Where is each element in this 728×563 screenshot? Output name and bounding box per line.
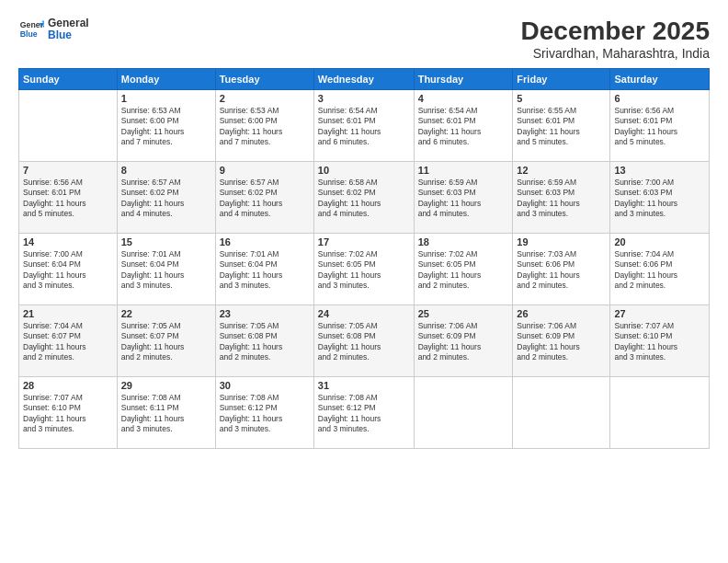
calendar-cell: 28Sunrise: 7:07 AM Sunset: 6:10 PM Dayli… [19, 377, 118, 449]
day-number: 10 [318, 165, 410, 176]
day-info: Sunrise: 7:07 AM Sunset: 6:10 PM Dayligh… [614, 321, 705, 363]
calendar-body: 1Sunrise: 6:53 AM Sunset: 6:00 PM Daylig… [19, 90, 710, 449]
day-info: Sunrise: 7:01 AM Sunset: 6:04 PM Dayligh… [121, 249, 211, 292]
day-number: 24 [318, 308, 410, 319]
day-info: Sunrise: 7:05 AM Sunset: 6:08 PM Dayligh… [220, 321, 310, 363]
day-number: 1 [121, 93, 211, 104]
logo-line2: Blue [48, 29, 89, 41]
day-info: Sunrise: 7:04 AM Sunset: 6:07 PM Dayligh… [23, 321, 113, 363]
day-info: Sunrise: 6:58 AM Sunset: 6:02 PM Dayligh… [318, 178, 410, 220]
day-info: Sunrise: 7:05 AM Sunset: 6:07 PM Dayligh… [121, 321, 211, 363]
day-info: Sunrise: 7:06 AM Sunset: 6:09 PM Dayligh… [418, 321, 509, 363]
header-cell-saturday: Saturday [610, 69, 710, 90]
calendar-cell: 29Sunrise: 7:08 AM Sunset: 6:11 PM Dayli… [117, 377, 215, 449]
day-info: Sunrise: 6:57 AM Sunset: 6:02 PM Dayligh… [121, 178, 211, 220]
calendar-cell: 8Sunrise: 6:57 AM Sunset: 6:02 PM Daylig… [117, 162, 215, 234]
day-info: Sunrise: 6:55 AM Sunset: 6:01 PM Dayligh… [517, 106, 606, 148]
calendar-cell: 14Sunrise: 7:00 AM Sunset: 6:04 PM Dayli… [19, 234, 118, 305]
subtitle: Srivardhan, Maharashtra, India [521, 46, 710, 61]
logo-icon: General Blue [18, 17, 44, 42]
calendar-cell [610, 377, 710, 449]
calendar-cell: 11Sunrise: 6:59 AM Sunset: 6:03 PM Dayli… [414, 162, 513, 234]
day-info: Sunrise: 7:05 AM Sunset: 6:08 PM Dayligh… [318, 321, 410, 363]
day-info: Sunrise: 7:04 AM Sunset: 6:06 PM Dayligh… [614, 249, 705, 292]
day-info: Sunrise: 6:59 AM Sunset: 6:03 PM Dayligh… [517, 178, 606, 220]
day-info: Sunrise: 7:00 AM Sunset: 6:04 PM Dayligh… [23, 249, 113, 292]
day-info: Sunrise: 6:54 AM Sunset: 6:01 PM Dayligh… [418, 106, 509, 148]
day-number: 15 [121, 236, 211, 247]
calendar-cell: 5Sunrise: 6:55 AM Sunset: 6:01 PM Daylig… [513, 90, 610, 162]
day-number: 27 [614, 308, 705, 319]
title-area: December 2025 Srivardhan, Maharashtra, I… [521, 17, 710, 61]
day-info: Sunrise: 7:08 AM Sunset: 6:12 PM Dayligh… [220, 393, 310, 435]
logo: General Blue General Blue [18, 17, 89, 42]
week-row-1: 1Sunrise: 6:53 AM Sunset: 6:00 PM Daylig… [19, 90, 710, 162]
day-info: Sunrise: 6:59 AM Sunset: 6:03 PM Dayligh… [418, 178, 509, 220]
day-number: 22 [121, 308, 211, 319]
week-row-5: 28Sunrise: 7:07 AM Sunset: 6:10 PM Dayli… [19, 377, 710, 449]
calendar-cell: 17Sunrise: 7:02 AM Sunset: 6:05 PM Dayli… [313, 234, 414, 305]
calendar-cell: 19Sunrise: 7:03 AM Sunset: 6:06 PM Dayli… [513, 234, 610, 305]
header-cell-wednesday: Wednesday [313, 69, 414, 90]
calendar-cell: 31Sunrise: 7:08 AM Sunset: 6:12 PM Dayli… [313, 377, 414, 449]
week-row-4: 21Sunrise: 7:04 AM Sunset: 6:07 PM Dayli… [19, 305, 710, 377]
calendar-cell: 7Sunrise: 6:56 AM Sunset: 6:01 PM Daylig… [19, 162, 118, 234]
day-number: 19 [517, 236, 606, 247]
calendar-cell: 21Sunrise: 7:04 AM Sunset: 6:07 PM Dayli… [19, 305, 118, 377]
day-info: Sunrise: 7:06 AM Sunset: 6:09 PM Dayligh… [517, 321, 606, 363]
calendar-cell: 18Sunrise: 7:02 AM Sunset: 6:05 PM Dayli… [414, 234, 513, 305]
day-number: 12 [517, 165, 606, 176]
day-number: 13 [614, 165, 705, 176]
header-row: SundayMondayTuesdayWednesdayThursdayFrid… [19, 69, 710, 90]
calendar-cell: 13Sunrise: 7:00 AM Sunset: 6:03 PM Dayli… [610, 162, 710, 234]
calendar-cell: 2Sunrise: 6:53 AM Sunset: 6:00 PM Daylig… [215, 90, 313, 162]
day-number: 4 [418, 93, 509, 104]
calendar-cell: 22Sunrise: 7:05 AM Sunset: 6:07 PM Dayli… [117, 305, 215, 377]
day-info: Sunrise: 7:01 AM Sunset: 6:04 PM Dayligh… [220, 249, 310, 292]
svg-text:Blue: Blue [20, 29, 38, 39]
day-number: 14 [23, 236, 113, 247]
day-number: 23 [220, 308, 310, 319]
calendar-cell: 6Sunrise: 6:56 AM Sunset: 6:01 PM Daylig… [610, 90, 710, 162]
day-number: 30 [220, 380, 310, 391]
day-number: 25 [418, 308, 509, 319]
day-number: 20 [614, 236, 705, 247]
calendar-cell [19, 90, 118, 162]
calendar-cell: 10Sunrise: 6:58 AM Sunset: 6:02 PM Dayli… [313, 162, 414, 234]
week-row-3: 14Sunrise: 7:00 AM Sunset: 6:04 PM Dayli… [19, 234, 710, 305]
day-info: Sunrise: 7:02 AM Sunset: 6:05 PM Dayligh… [418, 249, 509, 292]
day-info: Sunrise: 6:53 AM Sunset: 6:00 PM Dayligh… [220, 106, 310, 148]
calendar-cell: 20Sunrise: 7:04 AM Sunset: 6:06 PM Dayli… [610, 234, 710, 305]
day-info: Sunrise: 7:07 AM Sunset: 6:10 PM Dayligh… [23, 393, 113, 435]
calendar-cell: 27Sunrise: 7:07 AM Sunset: 6:10 PM Dayli… [610, 305, 710, 377]
calendar-cell: 4Sunrise: 6:54 AM Sunset: 6:01 PM Daylig… [414, 90, 513, 162]
day-info: Sunrise: 7:02 AM Sunset: 6:05 PM Dayligh… [318, 249, 410, 292]
day-number: 11 [418, 165, 509, 176]
day-number: 5 [517, 93, 606, 104]
week-row-2: 7Sunrise: 6:56 AM Sunset: 6:01 PM Daylig… [19, 162, 710, 234]
calendar-cell: 3Sunrise: 6:54 AM Sunset: 6:01 PM Daylig… [313, 90, 414, 162]
day-number: 9 [220, 165, 310, 176]
calendar-cell: 30Sunrise: 7:08 AM Sunset: 6:12 PM Dayli… [215, 377, 313, 449]
day-info: Sunrise: 7:08 AM Sunset: 6:12 PM Dayligh… [318, 393, 410, 435]
header-cell-tuesday: Tuesday [215, 69, 313, 90]
day-info: Sunrise: 7:08 AM Sunset: 6:11 PM Dayligh… [121, 393, 211, 435]
day-number: 3 [318, 93, 410, 104]
day-number: 6 [614, 93, 705, 104]
day-number: 28 [23, 380, 113, 391]
calendar-cell: 15Sunrise: 7:01 AM Sunset: 6:04 PM Dayli… [117, 234, 215, 305]
month-title: December 2025 [521, 17, 710, 46]
day-info: Sunrise: 6:53 AM Sunset: 6:00 PM Dayligh… [121, 106, 211, 148]
calendar-cell: 25Sunrise: 7:06 AM Sunset: 6:09 PM Dayli… [414, 305, 513, 377]
calendar-cell: 16Sunrise: 7:01 AM Sunset: 6:04 PM Dayli… [215, 234, 313, 305]
day-number: 7 [23, 165, 113, 176]
day-number: 26 [517, 308, 606, 319]
header-cell-thursday: Thursday [414, 69, 513, 90]
page: General Blue General Blue December 2025 … [0, 0, 728, 563]
calendar-cell: 1Sunrise: 6:53 AM Sunset: 6:00 PM Daylig… [117, 90, 215, 162]
calendar-cell: 12Sunrise: 6:59 AM Sunset: 6:03 PM Dayli… [513, 162, 610, 234]
header: General Blue General Blue December 2025 … [18, 17, 710, 61]
calendar-cell: 23Sunrise: 7:05 AM Sunset: 6:08 PM Dayli… [215, 305, 313, 377]
calendar-header: SundayMondayTuesdayWednesdayThursdayFrid… [19, 69, 710, 90]
header-cell-friday: Friday [513, 69, 610, 90]
